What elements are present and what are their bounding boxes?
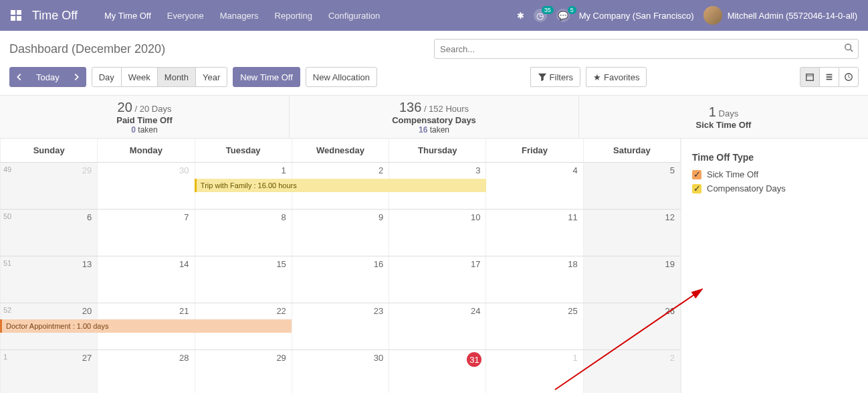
svg-point-0 <box>845 44 851 50</box>
cal-day-header: Friday <box>486 139 583 162</box>
cal-cell[interactable]: 25 <box>486 303 583 349</box>
cal-cell[interactable]: 26 <box>584 303 681 349</box>
cal-cell[interactable]: 2 <box>584 350 681 393</box>
view-month[interactable]: Month <box>157 67 196 87</box>
cal-day-header: Sunday <box>0 139 98 162</box>
legend-checkbox[interactable]: ✓ <box>692 170 701 179</box>
new-allocation-button[interactable]: New Allocation <box>306 67 377 87</box>
cal-cell[interactable]: 11 <box>486 210 583 256</box>
messages-icon[interactable]: 💬 5 <box>556 9 570 22</box>
cal-cell[interactable]: 15 <box>195 256 292 303</box>
cal-cell[interactable]: 5113 <box>0 256 98 303</box>
day-number: 16 <box>374 259 383 269</box>
day-number: 2 <box>378 165 383 175</box>
week-number: 50 <box>3 212 11 220</box>
activities-icon[interactable]: ◷ 35 <box>534 9 547 22</box>
apps-icon[interactable] <box>11 10 21 21</box>
cal-cell[interactable]: 10 <box>389 210 486 256</box>
favorites-button[interactable]: ★ Favorites <box>586 67 647 87</box>
cal-cell[interactable]: 17 <box>389 256 486 303</box>
view-day[interactable]: Day <box>92 67 122 87</box>
bug-icon[interactable]: ✱ <box>517 11 524 21</box>
summary-card-sick[interactable]: 1 Days Sick Time Off <box>579 96 868 138</box>
cal-row: 5220212223242526Doctor Appointment : 1.0… <box>0 303 681 349</box>
cal-cell[interactable]: 1 <box>486 350 583 393</box>
legend-item[interactable]: ✓Compensatory Days <box>692 183 857 193</box>
day-number: 30 <box>179 165 189 175</box>
cal-cell[interactable]: 14 <box>98 256 195 303</box>
cal-cell[interactable]: 4929 <box>0 163 98 209</box>
cal-cell[interactable]: 9 <box>292 210 389 256</box>
cal-cell[interactable]: 506 <box>0 210 98 256</box>
calendar-event[interactable]: Trip with Family : 16.00 hours <box>195 179 486 192</box>
day-number: 27 <box>82 353 92 363</box>
company-selector[interactable]: My Company (San Francisco) <box>579 11 694 21</box>
day-number: 28 <box>179 353 189 363</box>
calendar-view-icon[interactable] <box>800 67 820 87</box>
day-number: 29 <box>276 353 286 363</box>
cal-cell[interactable]: 16 <box>292 256 389 303</box>
cal-row: 49293012345Trip with Family : 16.00 hour… <box>0 162 681 209</box>
prev-button[interactable] <box>9 67 29 87</box>
day-number: 7 <box>184 212 189 222</box>
cal-cell[interactable]: 127 <box>0 350 98 393</box>
cal-cell[interactable]: 23 <box>292 303 389 349</box>
cal-cell[interactable]: 30 <box>98 163 195 209</box>
week-number: 52 <box>3 306 11 314</box>
page-title: Dashboard (December 2020) <box>9 42 165 56</box>
day-number: 31 <box>467 352 481 367</box>
legend-checkbox[interactable]: ✓ <box>692 184 701 193</box>
today-button[interactable]: Today <box>29 67 67 87</box>
day-number: 17 <box>471 259 480 269</box>
day-number: 15 <box>276 259 286 269</box>
cal-cell[interactable]: 8 <box>195 210 292 256</box>
view-switcher: Day Week Month Year <box>92 67 228 87</box>
cal-cell[interactable]: 29 <box>195 350 292 393</box>
messages-count: 5 <box>568 6 576 14</box>
day-number: 4 <box>572 165 577 175</box>
day-number: 9 <box>378 212 383 222</box>
legend-item[interactable]: ✓Sick Time Off <box>692 169 857 179</box>
next-button[interactable] <box>66 67 86 87</box>
summary-card-paid[interactable]: 20 / 20 Days Paid Time Off 0 taken <box>0 96 290 138</box>
cal-cell[interactable]: 24 <box>389 303 486 349</box>
cal-cell[interactable]: 30 <box>292 350 389 393</box>
day-number: 6 <box>87 212 92 222</box>
cal-cell[interactable]: 19 <box>584 256 681 303</box>
activities-count: 35 <box>542 6 554 14</box>
cal-cell[interactable]: 18 <box>486 256 583 303</box>
cal-row: 5113141516171819 <box>0 256 681 303</box>
cal-cell[interactable]: 12 <box>584 210 681 256</box>
nav-reporting[interactable]: Reporting <box>275 11 312 21</box>
day-number: 25 <box>568 306 577 316</box>
cal-cell[interactable]: 7 <box>98 210 195 256</box>
view-week[interactable]: Week <box>121 67 158 87</box>
cal-cell[interactable]: 28 <box>98 350 195 393</box>
legend-label: Compensatory Days <box>707 183 786 193</box>
cal-cell[interactable]: 4 <box>486 163 583 209</box>
new-time-off-button[interactable]: New Time Off <box>233 67 300 87</box>
app-brand[interactable]: Time Off <box>32 9 78 23</box>
nav-configuration[interactable]: Configuration <box>328 11 380 21</box>
view-year[interactable]: Year <box>195 67 227 87</box>
cal-cell[interactable]: 5 <box>584 163 681 209</box>
nav-my-time-off[interactable]: My Time Off <box>104 11 151 21</box>
list-view-icon[interactable] <box>819 67 839 87</box>
cal-day-header: Monday <box>98 139 195 162</box>
summary-card-comp[interactable]: 136 / 152 Hours Compensatory Days 16 tak… <box>290 96 579 138</box>
activity-view-icon[interactable] <box>839 67 859 87</box>
cal-cell[interactable]: 31 <box>389 350 486 393</box>
filters-button[interactable]: Filters <box>530 67 580 87</box>
cal-row: 506789101112 <box>0 209 681 256</box>
nav-managers[interactable]: Managers <box>220 11 259 21</box>
search-icon[interactable] <box>844 43 853 54</box>
legend-label: Sick Time Off <box>707 169 758 179</box>
day-number: 29 <box>82 165 92 175</box>
user-menu[interactable]: Mitchell Admin (5572046-14-0-all) <box>703 6 857 25</box>
week-number: 1 <box>3 353 7 361</box>
nav-everyone[interactable]: Everyone <box>167 11 204 21</box>
calendar-event[interactable]: Doctor Appointment : 1.00 days <box>0 319 292 333</box>
search-input[interactable] <box>434 39 859 59</box>
user-name: Mitchell Admin (5572046-14-0-all) <box>728 11 857 21</box>
day-number: 14 <box>179 259 189 269</box>
